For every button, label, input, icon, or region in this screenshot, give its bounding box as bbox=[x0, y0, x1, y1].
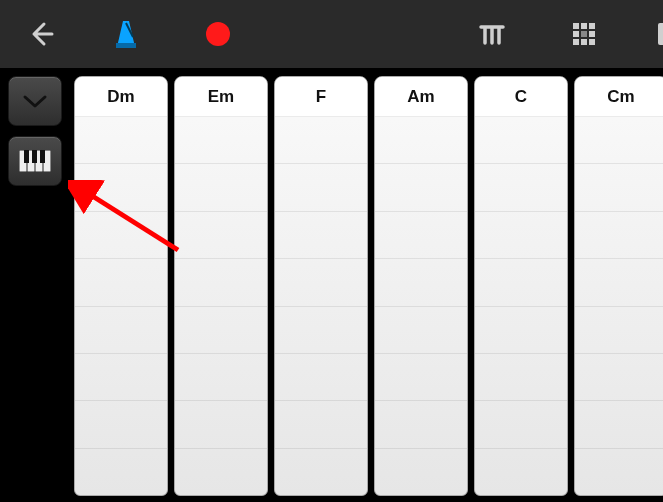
chord-segment[interactable] bbox=[175, 353, 267, 400]
chord-segment[interactable] bbox=[75, 306, 167, 353]
chord-label: F bbox=[275, 77, 367, 117]
chord-strips: DmEmFAmCCm bbox=[70, 68, 663, 502]
chord-segment[interactable] bbox=[575, 448, 663, 495]
grid-button[interactable] bbox=[552, 0, 616, 68]
chord-segment[interactable] bbox=[375, 211, 467, 258]
chord-segment[interactable] bbox=[475, 258, 567, 305]
arpeggiator-button[interactable] bbox=[460, 0, 524, 68]
chord-segments bbox=[275, 117, 367, 495]
chord-label: Am bbox=[375, 77, 467, 117]
chord-segments bbox=[575, 117, 663, 495]
chord-strip[interactable]: C bbox=[474, 76, 568, 496]
chord-segment[interactable] bbox=[475, 163, 567, 210]
chord-segment[interactable] bbox=[75, 448, 167, 495]
chord-strip[interactable]: F bbox=[274, 76, 368, 496]
chord-strip[interactable]: Am bbox=[374, 76, 468, 496]
chord-segment[interactable] bbox=[75, 163, 167, 210]
back-arrow-icon bbox=[26, 20, 54, 48]
chord-segment[interactable] bbox=[375, 400, 467, 447]
svg-rect-12 bbox=[658, 23, 663, 45]
record-icon bbox=[203, 19, 233, 49]
chord-segments bbox=[375, 117, 467, 495]
chord-segment[interactable] bbox=[575, 258, 663, 305]
record-button[interactable] bbox=[186, 0, 250, 68]
chord-segment[interactable] bbox=[275, 163, 367, 210]
svg-rect-9 bbox=[573, 39, 579, 45]
chord-segment[interactable] bbox=[575, 400, 663, 447]
chord-segment[interactable] bbox=[275, 258, 367, 305]
svg-rect-4 bbox=[581, 23, 587, 29]
chord-segment[interactable] bbox=[175, 448, 267, 495]
chord-segment[interactable] bbox=[375, 448, 467, 495]
chord-segment[interactable] bbox=[375, 163, 467, 210]
chord-strip[interactable]: Em bbox=[174, 76, 268, 496]
collapse-button[interactable] bbox=[8, 76, 62, 126]
chord-label: Dm bbox=[75, 77, 167, 117]
svg-rect-11 bbox=[589, 39, 595, 45]
chord-segment[interactable] bbox=[175, 117, 267, 163]
chord-segment[interactable] bbox=[475, 306, 567, 353]
arpeggiator-icon bbox=[477, 21, 507, 47]
chord-segments bbox=[75, 117, 167, 495]
chord-segment[interactable] bbox=[575, 117, 663, 163]
svg-rect-19 bbox=[40, 150, 45, 163]
svg-rect-3 bbox=[573, 23, 579, 29]
metronome-icon bbox=[113, 19, 139, 49]
piano-keys-icon bbox=[19, 150, 51, 172]
svg-rect-10 bbox=[581, 39, 587, 45]
chord-segment[interactable] bbox=[375, 353, 467, 400]
chord-strip[interactable]: Dm bbox=[74, 76, 168, 496]
svg-point-2 bbox=[206, 22, 230, 46]
chord-segment[interactable] bbox=[375, 117, 467, 163]
grid-icon bbox=[571, 21, 597, 47]
chord-segment[interactable] bbox=[475, 400, 567, 447]
chord-segment[interactable] bbox=[275, 211, 367, 258]
chord-segment[interactable] bbox=[275, 306, 367, 353]
edge-button[interactable] bbox=[636, 0, 663, 68]
metronome-button[interactable] bbox=[94, 0, 158, 68]
chord-segment[interactable] bbox=[575, 163, 663, 210]
chord-segment[interactable] bbox=[275, 117, 367, 163]
chord-segment[interactable] bbox=[75, 353, 167, 400]
chord-segment[interactable] bbox=[375, 306, 467, 353]
svg-rect-6 bbox=[573, 31, 579, 37]
chord-segment[interactable] bbox=[475, 448, 567, 495]
chord-strip[interactable]: Cm bbox=[574, 76, 663, 496]
chord-segment[interactable] bbox=[175, 163, 267, 210]
back-button[interactable] bbox=[8, 0, 72, 68]
chord-segment[interactable] bbox=[575, 353, 663, 400]
svg-rect-0 bbox=[116, 43, 136, 48]
chord-segment[interactable] bbox=[175, 306, 267, 353]
chord-segment[interactable] bbox=[75, 117, 167, 163]
chord-segment[interactable] bbox=[475, 117, 567, 163]
side-panel bbox=[0, 68, 70, 502]
chord-segment[interactable] bbox=[175, 211, 267, 258]
chevron-down-icon bbox=[21, 92, 49, 110]
chord-segment[interactable] bbox=[575, 306, 663, 353]
chord-segments bbox=[475, 117, 567, 495]
chord-segment[interactable] bbox=[275, 448, 367, 495]
keyboard-button[interactable] bbox=[8, 136, 62, 186]
svg-rect-7 bbox=[581, 31, 587, 37]
svg-rect-5 bbox=[589, 23, 595, 29]
chord-segment[interactable] bbox=[175, 400, 267, 447]
chord-segment[interactable] bbox=[475, 353, 567, 400]
chord-segment[interactable] bbox=[175, 258, 267, 305]
chord-segment[interactable] bbox=[75, 258, 167, 305]
chord-segment[interactable] bbox=[275, 400, 367, 447]
chord-label: C bbox=[475, 77, 567, 117]
chord-segments bbox=[175, 117, 267, 495]
main-area: DmEmFAmCCm bbox=[0, 68, 663, 502]
chord-segment[interactable] bbox=[575, 211, 663, 258]
chord-label: Cm bbox=[575, 77, 663, 117]
chord-segment[interactable] bbox=[375, 258, 467, 305]
chord-segment[interactable] bbox=[275, 353, 367, 400]
chord-segment[interactable] bbox=[75, 211, 167, 258]
svg-rect-17 bbox=[24, 150, 29, 163]
svg-rect-18 bbox=[32, 150, 37, 163]
svg-rect-8 bbox=[589, 31, 595, 37]
chord-label: Em bbox=[175, 77, 267, 117]
chord-segment[interactable] bbox=[475, 211, 567, 258]
edge-icon bbox=[658, 19, 663, 49]
chord-segment[interactable] bbox=[75, 400, 167, 447]
